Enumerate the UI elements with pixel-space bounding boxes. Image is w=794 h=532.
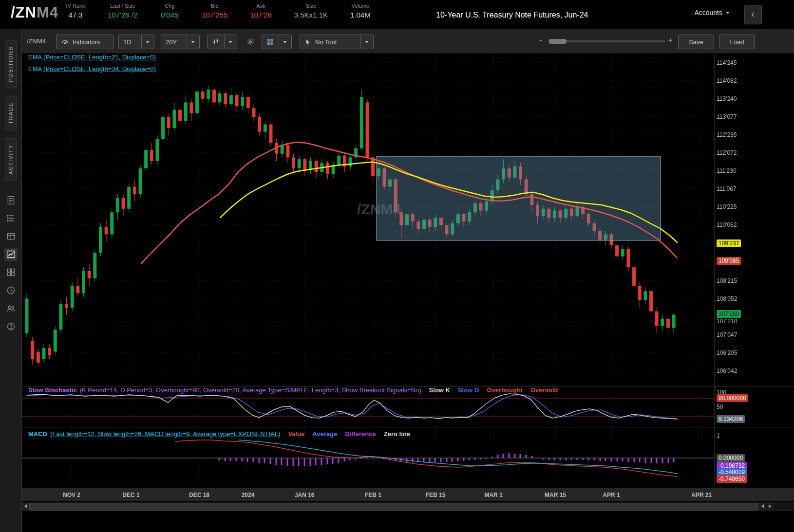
stat-value: 1.04M (350, 11, 371, 19)
axis-label: 112'072 (717, 149, 737, 157)
study-params[interactable]: (Fast length=12, Slow length=26, MACD le… (50, 430, 280, 438)
axis-price-badge: 109'085 (717, 257, 741, 265)
chevron-down-icon (365, 41, 369, 43)
apps-grid-icon (6, 267, 16, 277)
chart-scrollbar[interactable] (22, 502, 794, 511)
scrollbar-thumb[interactable] (29, 503, 758, 511)
sidebar-tab-positions[interactable]: POSITIONS (5, 40, 17, 88)
chart-settings-button[interactable] (242, 35, 259, 49)
sidebar-list-icon[interactable] (4, 212, 18, 225)
candlestick-chart-icon (212, 38, 220, 46)
sidebar-people-icon[interactable] (4, 302, 18, 315)
stat-label: Volume (351, 3, 369, 9)
legend-difference: Difference (345, 430, 376, 438)
doc-icon (6, 195, 16, 205)
quote-stat-size: Size3.5Kx1.1K (294, 3, 328, 19)
zoom-slider-thumb[interactable] (549, 39, 567, 44)
clock-icon (6, 285, 16, 295)
scroll-page-left-button[interactable] (759, 503, 766, 510)
axis-label: 110'062 (717, 221, 737, 229)
load-button[interactable]: Load (719, 35, 755, 49)
zoom-in-button[interactable]: + (668, 36, 673, 45)
time-axis-label: DEC 18 (189, 492, 209, 498)
study-params[interactable]: (K Period=14, D Period=3, Overbought=80,… (80, 386, 421, 394)
sidebar-tab-trade[interactable]: TRADE (5, 96, 17, 130)
time-axis-label: MAR 1 (484, 492, 502, 498)
time-axis-label: JAN 16 (295, 492, 315, 498)
axis-label: 107'047 (717, 331, 737, 339)
axis-price-badge: 107'260 (717, 310, 741, 318)
zoom-slider[interactable] (548, 40, 665, 42)
time-axis-label: APR 1 (603, 492, 620, 498)
stat-value: 107'26 (250, 11, 272, 19)
quote-stat-last-size: Last / Size107'26 /2 (108, 3, 137, 19)
stat-value: 47.3 (68, 11, 82, 19)
study-name: EMA (28, 54, 43, 61)
stat-label: Chg (165, 3, 174, 9)
timeframe-dropdown[interactable]: 1D (118, 35, 154, 49)
study-title[interactable]: Slow Stochastic (28, 386, 77, 394)
instrument-title: 10-Year U.S. Treasury Note Futures, Jun-… (436, 11, 588, 19)
study-title[interactable]: MACD (28, 430, 47, 438)
stat-label: Last / Size (110, 3, 135, 9)
chart-type-dropdown[interactable] (207, 35, 237, 49)
time-axis-label: MAR 15 (545, 492, 566, 498)
trading-app-window: /ZNM4 IV Rank47.3Last / Size107'26 /2Chg… (0, 0, 794, 532)
symbol-suffix: M4 (37, 4, 58, 21)
legend-slow-k: Slow K (429, 386, 450, 394)
sidebar-help-icon[interactable] (4, 320, 18, 333)
indicators-button[interactable]: Indicators (56, 35, 113, 49)
accounts-dropdown[interactable]: Accounts (694, 9, 730, 17)
axis-label: 113'240 (717, 95, 737, 103)
chart-toolbar: /ZNM4 Indicators 1D 20Y No Tool (22, 29, 794, 54)
range-dropdown[interactable]: 20Y (161, 35, 200, 49)
drawing-tool-dropdown[interactable]: No Tool (300, 35, 374, 49)
symbol-root: /ZN (11, 4, 37, 21)
sidebar-board-icon[interactable] (4, 230, 18, 243)
axis-label: 106'042 (717, 367, 737, 375)
sidebar-icons (0, 194, 21, 333)
stochastic-header: Slow Stochastic(K Period=14, D Period=3,… (28, 386, 558, 394)
arrow-left-icon (761, 504, 764, 508)
grid-layout-dropdown[interactable] (262, 35, 292, 49)
study-params[interactable]: (Price=CLOSE, Length=34, Displace=0) (43, 65, 156, 73)
time-axis-label: DEC 1 (122, 492, 139, 498)
collapse-panel-button[interactable] (744, 5, 762, 24)
axis-label: 50 (717, 403, 723, 411)
scroll-right-button[interactable] (767, 503, 773, 510)
axis-label: 112'235 (717, 131, 737, 139)
legend-zero-line: Zero line (384, 430, 410, 438)
study-params[interactable]: (Price=CLOSE, Length=21, Displace=0) (43, 54, 156, 61)
sidebar-apps-grid-icon[interactable] (4, 266, 18, 279)
ema-legend-row-1[interactable]: EMA (Price=CLOSE, Length=21, Displace=0) (28, 54, 156, 61)
sidebar-clock-icon[interactable] (4, 284, 18, 297)
stat-value: 107'255 (202, 11, 227, 19)
quote-stats: IV Rank47.3Last / Size107'26 /2Chg0'045B… (66, 3, 371, 19)
axis-label: 108'052 (717, 295, 737, 303)
stat-value: 3.5Kx1.1K (294, 11, 328, 19)
axis-price-badge: -0.748650 (717, 475, 747, 483)
axis-label: 113'077 (717, 113, 737, 121)
time-axis-label: 2024 (242, 492, 255, 498)
legend-overbought: Overbought (487, 386, 523, 394)
chevron-down-icon (726, 12, 730, 14)
chevron-down-icon (146, 41, 150, 43)
macd-header: MACD(Fast length=12, Slow length=26, MAC… (28, 430, 410, 438)
axis-label: 1 (717, 432, 720, 440)
range-value: 20Y (166, 38, 177, 46)
save-button[interactable]: Save (678, 35, 714, 49)
sidebar-tabs: POSITIONSTRADEACTIVITY (0, 29, 21, 181)
sidebar-tab-activity[interactable]: ACTIVITY (5, 138, 17, 181)
arrow-right-icon (769, 504, 771, 508)
sidebar-chart-icon[interactable] (4, 248, 18, 261)
chevron-down-icon (228, 41, 232, 43)
zoom-out-button[interactable]: - (539, 36, 542, 45)
scroll-left-button[interactable] (22, 503, 29, 510)
chart-plot-area[interactable] (22, 54, 714, 386)
sidebar-doc-icon[interactable] (4, 194, 18, 207)
chevron-down-icon (283, 41, 287, 43)
ema-legend-row-2[interactable]: EMA (Price=CLOSE, Length=34, Displace=0) (28, 65, 156, 73)
axis-price-badge: 0.000000 (717, 454, 745, 462)
gear-icon (246, 37, 254, 46)
indicators-icon (61, 38, 69, 46)
